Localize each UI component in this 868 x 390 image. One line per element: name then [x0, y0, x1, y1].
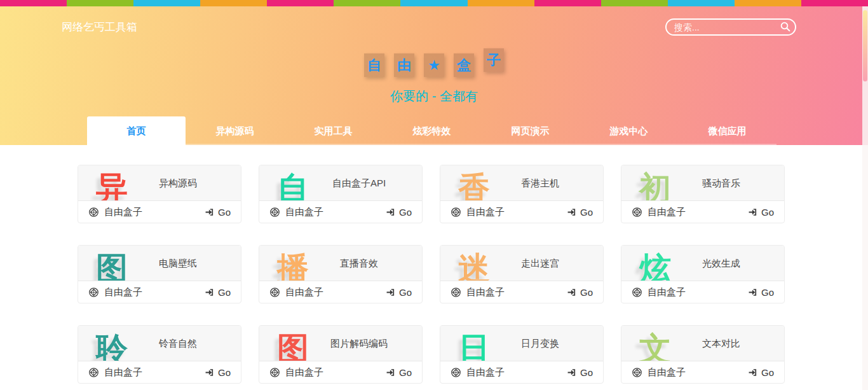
sign-in-arrow-icon — [205, 288, 214, 297]
tool-card[interactable]: 迷 走出迷宫 自由盒子 Go — [440, 245, 604, 303]
tool-card[interactable]: 香 香港主机 自由盒子 Go — [440, 165, 604, 223]
tool-card[interactable]: 图 电脑壁纸 自由盒子 Go — [78, 245, 241, 303]
card-go-link[interactable]: Go — [205, 287, 231, 298]
nav-tab-异构源码[interactable]: 异构源码 — [186, 116, 284, 145]
card-go-link[interactable]: Go — [205, 367, 231, 378]
scrollbar-track — [862, 6, 868, 390]
card-glyph: 初 — [639, 165, 671, 200]
card-go-link[interactable]: Go — [748, 207, 774, 218]
tool-card[interactable]: 炫 光效生成 自由盒子 Go — [621, 245, 785, 303]
topbar-segment — [267, 0, 334, 6]
card-footer: 自由盒子 Go — [259, 361, 422, 383]
card-source: 自由盒子 — [451, 206, 505, 218]
tool-card[interactable]: 文 文本对比 自由盒子 Go — [621, 325, 785, 384]
card-title: 异构源码 — [128, 165, 241, 200]
tool-card[interactable]: 图 图片解码编码 自由盒子 Go — [259, 325, 423, 384]
tool-card[interactable]: 日 日月变换 自由盒子 Go — [440, 325, 604, 384]
gem-compass-icon — [269, 367, 280, 378]
sign-in-arrow-icon — [386, 207, 395, 217]
card-source-label: 自由盒子 — [285, 206, 323, 218]
card-footer: 自由盒子 Go — [440, 281, 603, 303]
card-source: 自由盒子 — [451, 366, 505, 379]
card-glyph: 异 — [96, 165, 128, 200]
site-title: 网络乞丐工具箱 — [62, 20, 137, 34]
card-source-label: 自由盒子 — [104, 286, 142, 298]
topbar-segment — [534, 0, 601, 6]
gem-compass-icon — [632, 367, 642, 378]
card-go-link[interactable]: Go — [748, 367, 774, 378]
gem-compass-icon — [88, 367, 99, 378]
sign-in-arrow-icon — [567, 368, 576, 377]
card-glyph: 迷 — [458, 246, 490, 281]
nav-tab-炫彩特效[interactable]: 炫彩特效 — [383, 116, 481, 145]
logo-box: 自 — [364, 53, 384, 77]
topbar-segment — [801, 0, 868, 6]
card-title: 电脑壁纸 — [128, 246, 241, 281]
card-go-link[interactable]: Go — [567, 367, 593, 378]
card-source-label: 自由盒子 — [104, 206, 142, 218]
card-title: 光效生成 — [671, 246, 784, 281]
card-glyph: 图 — [277, 326, 309, 361]
card-go-link[interactable]: Go — [386, 287, 412, 298]
card-go-label: Go — [580, 367, 593, 378]
card-glyph: 图 — [96, 246, 128, 281]
card-source: 自由盒子 — [632, 366, 686, 379]
card-source-label: 自由盒子 — [466, 206, 505, 218]
card-top: 异 异构源码 — [78, 165, 241, 201]
logo-box: 由 — [394, 53, 414, 77]
card-glyph: 香 — [458, 165, 490, 200]
card-footer: 自由盒子 Go — [78, 201, 241, 223]
gem-compass-icon — [451, 287, 461, 298]
nav-tab-游戏中心[interactable]: 游戏中心 — [580, 116, 678, 145]
card-source-label: 自由盒子 — [285, 286, 323, 298]
card-title: 日月变换 — [490, 326, 603, 361]
card-go-label: Go — [580, 287, 593, 298]
tool-card[interactable]: 聆 铃音自然 自由盒子 Go — [78, 325, 241, 384]
card-go-link[interactable]: Go — [386, 367, 412, 378]
card-title: 自由盒子API — [309, 165, 422, 200]
nav-tab-实用工具[interactable]: 实用工具 — [284, 116, 383, 145]
card-go-link[interactable]: Go — [567, 207, 593, 218]
card-top: 日 日月变换 — [440, 326, 603, 361]
card-go-link[interactable]: Go — [567, 287, 593, 298]
card-footer: 自由盒子 Go — [621, 201, 784, 223]
card-grid: 异 异构源码 自由盒子 Go 自 自由盒子API — [78, 165, 868, 384]
gem-compass-icon — [269, 207, 280, 218]
gem-compass-icon — [88, 207, 99, 218]
topbar-segment — [735, 0, 801, 6]
card-footer: 自由盒子 Go — [621, 281, 784, 303]
card-go-label: Go — [399, 287, 412, 298]
card-source: 自由盒子 — [632, 206, 686, 218]
nav-tab-微信应用[interactable]: 微信应用 — [678, 116, 776, 145]
topbar-segment — [67, 0, 133, 6]
search-icon[interactable] — [780, 21, 791, 32]
card-source: 自由盒子 — [88, 366, 142, 379]
tool-card[interactable]: 播 直播音效 自由盒子 Go — [259, 245, 423, 303]
card-go-link[interactable]: Go — [205, 207, 231, 218]
card-go-link[interactable]: Go — [748, 287, 774, 298]
topbar-segment — [334, 0, 400, 6]
card-title: 直播音效 — [309, 246, 422, 281]
logo: 自由★盒子 — [0, 53, 868, 77]
tool-card[interactable]: 异 异构源码 自由盒子 Go — [78, 165, 241, 223]
tool-card[interactable]: 初 骚动音乐 自由盒子 Go — [621, 165, 785, 223]
nav-tab-网页演示[interactable]: 网页演示 — [481, 116, 580, 145]
card-title: 图片解码编码 — [309, 326, 422, 361]
main-nav: 首页异构源码实用工具炫彩特效网页演示游戏中心微信应用 — [87, 116, 776, 145]
card-top: 图 图片解码编码 — [259, 326, 422, 361]
scrollbar-thumb[interactable] — [863, 10, 867, 81]
card-source-label: 自由盒子 — [285, 366, 323, 379]
card-title: 走出迷宫 — [490, 246, 603, 281]
tool-card[interactable]: 自 自由盒子API 自由盒子 Go — [259, 165, 423, 223]
logo-box: ★ — [424, 53, 444, 77]
sign-in-arrow-icon — [567, 207, 576, 217]
sign-in-arrow-icon — [386, 368, 395, 377]
card-glyph: 播 — [277, 246, 309, 281]
nav-tab-首页[interactable]: 首页 — [87, 116, 186, 145]
card-top: 图 电脑壁纸 — [78, 246, 241, 281]
topbar-segment — [601, 0, 668, 6]
card-go-link[interactable]: Go — [386, 207, 412, 218]
card-footer: 自由盒子 Go — [621, 361, 784, 383]
search-input[interactable] — [665, 18, 796, 36]
card-source: 自由盒子 — [451, 286, 505, 298]
